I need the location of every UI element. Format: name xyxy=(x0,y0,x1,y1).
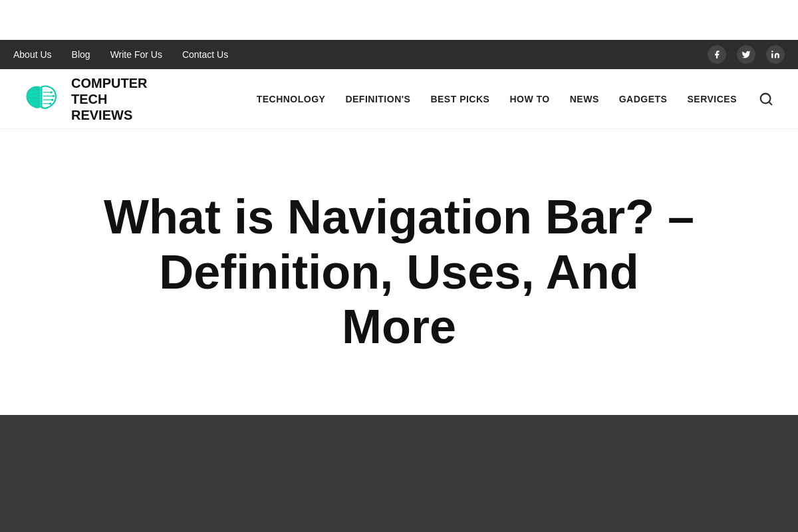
search-icon xyxy=(759,92,773,106)
top-nav-links: About Us Blog Write For Us Contact Us xyxy=(13,49,228,60)
svg-point-8 xyxy=(31,102,33,104)
about-us-link[interactable]: About Us xyxy=(13,49,52,60)
site-logo[interactable]: COMPUTER TECH REVIEWS xyxy=(20,75,164,123)
main-header: COMPUTER TECH REVIEWS TECHNOLOGY DEFINIT… xyxy=(0,69,798,129)
main-nav: TECHNOLOGY DEFINITION'S BEST PICKS HOW T… xyxy=(249,87,778,111)
contact-us-link[interactable]: Contact Us xyxy=(182,49,228,60)
hero-title: What is Navigation Bar? – Definition, Us… xyxy=(100,190,698,354)
nav-gadgets[interactable]: GADGETS xyxy=(611,88,676,110)
hero-section: What is Navigation Bar? – Definition, Us… xyxy=(0,129,798,415)
svg-point-13 xyxy=(51,91,53,93)
logo-icon xyxy=(20,77,63,120)
nav-definitions[interactable]: DEFINITION'S xyxy=(337,88,418,110)
svg-point-15 xyxy=(51,99,53,101)
nav-best-picks[interactable]: BEST PICKS xyxy=(422,88,497,110)
twitter-icon[interactable] xyxy=(737,45,755,64)
nav-how-to[interactable]: HOW TO xyxy=(501,88,557,110)
social-links xyxy=(708,45,785,64)
nav-technology[interactable]: TECHNOLOGY xyxy=(249,88,334,110)
nav-services[interactable]: SERVICES xyxy=(679,88,745,110)
blog-link[interactable]: Blog xyxy=(72,49,90,60)
svg-point-7 xyxy=(29,99,31,101)
svg-point-5 xyxy=(30,91,32,93)
svg-point-0 xyxy=(771,51,773,52)
nav-news[interactable]: NEWS xyxy=(562,88,607,110)
search-button[interactable] xyxy=(754,87,778,111)
facebook-icon[interactable] xyxy=(708,45,726,64)
svg-line-19 xyxy=(769,102,771,104)
write-for-us-link[interactable]: Write For Us xyxy=(110,49,162,60)
svg-point-6 xyxy=(27,95,29,97)
svg-point-16 xyxy=(49,102,51,104)
top-nav: About Us Blog Write For Us Contact Us xyxy=(0,40,798,69)
linkedin-icon[interactable] xyxy=(766,45,785,64)
bottom-section xyxy=(0,415,798,532)
site-name: COMPUTER TECH REVIEWS xyxy=(71,75,164,123)
svg-point-14 xyxy=(53,95,55,97)
ad-bar xyxy=(0,0,798,40)
